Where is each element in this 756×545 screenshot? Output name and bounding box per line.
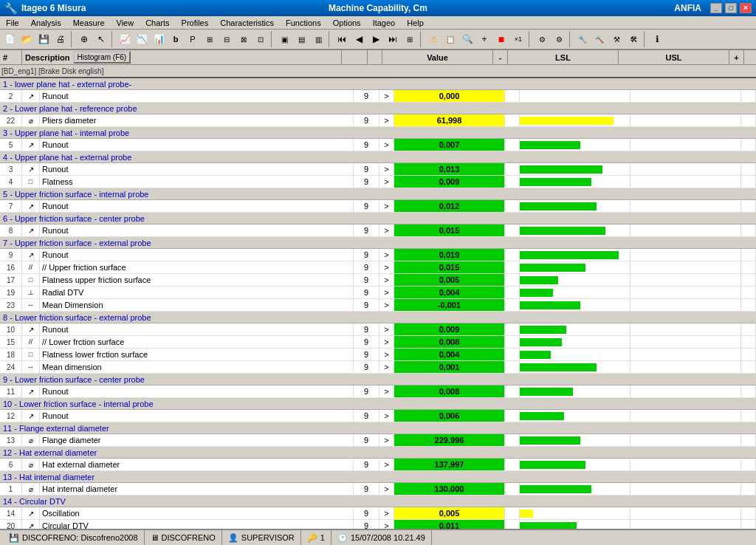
table-row[interactable]: 14 ↗ Oscillation 9 > 0,005 bbox=[0, 507, 756, 520]
tb-p[interactable]: P bbox=[185, 31, 201, 47]
tb-tools2[interactable]: 🔨 bbox=[591, 31, 608, 47]
menu-profiles[interactable]: Profiles bbox=[176, 18, 215, 28]
table-row[interactable]: 15 // // Lower frction surface 9 > 0,008 bbox=[0, 336, 756, 349]
row-id: 6 bbox=[0, 459, 22, 470]
status-session: 🔑 1 bbox=[301, 530, 331, 545]
table-row[interactable]: 17 □ Flatness upper friction surface 9 >… bbox=[0, 274, 756, 287]
menu-itageo[interactable]: Itageo bbox=[367, 18, 402, 28]
table-row[interactable]: 11 ↗ Runout 9 > 0,008 bbox=[0, 385, 756, 398]
row-icon: ⌀ bbox=[22, 483, 40, 495]
tb-open[interactable]: 📂 bbox=[18, 31, 35, 47]
tb-nav-first[interactable]: ⏮ bbox=[334, 31, 350, 47]
tb-copy1[interactable]: ▣ bbox=[276, 31, 292, 47]
tb-nav-next[interactable]: ▶ bbox=[368, 31, 384, 47]
toolbar-sep-3 bbox=[271, 31, 274, 47]
row-value: 61,998 bbox=[394, 114, 505, 126]
tb-new[interactable]: 📄 bbox=[1, 31, 18, 47]
row-usl-bar bbox=[630, 483, 741, 495]
table-row[interactable]: 19 ⊥ Radial DTV 9 > 0,004 bbox=[0, 287, 756, 299]
tb-func1[interactable]: ⊞ bbox=[202, 31, 218, 47]
menu-characteristics[interactable]: Characteristics bbox=[214, 18, 280, 28]
tb-func2[interactable]: ⊟ bbox=[219, 31, 235, 47]
menu-functions[interactable]: Functions bbox=[280, 18, 327, 28]
maximize-button[interactable]: □ bbox=[725, 3, 737, 13]
menu-charts[interactable]: Charts bbox=[140, 18, 175, 28]
table-row[interactable]: 9 ↗ Runout 9 > 0,019 bbox=[0, 249, 756, 261]
tb-print[interactable]: 🖨 bbox=[52, 31, 69, 47]
status-user: 👤 SUPERVISOR bbox=[222, 530, 301, 545]
table-row[interactable]: 24 ↔ Mean dimension 9 > 0,001 bbox=[0, 361, 756, 374]
tb-copy3[interactable]: ▥ bbox=[310, 31, 326, 47]
table-row[interactable]: 10 ↗ Runout 9 > 0,009 bbox=[0, 323, 756, 336]
row-usl-bar bbox=[630, 287, 741, 298]
menu-file[interactable]: File bbox=[0, 18, 25, 28]
tb-copy4[interactable]: ⊞ bbox=[402, 31, 418, 47]
row-name: Runout bbox=[40, 200, 354, 212]
tb-x1[interactable]: ×1 bbox=[510, 31, 526, 47]
row-usl-bar bbox=[630, 385, 741, 397]
table-row[interactable]: 4 □ Flatness 9 > 0,009 bbox=[0, 176, 756, 188]
menu-view[interactable]: View bbox=[111, 18, 140, 28]
row-usl-bar bbox=[630, 114, 741, 126]
table-row[interactable]: 3 ↗ Runout 9 > 0,013 bbox=[0, 163, 756, 176]
table-row[interactable]: 20 ↗ Circular DTV 9 > 0,011 bbox=[0, 520, 756, 529]
table-row[interactable]: 22 ⌀ Pliers diameter 9 > 61,998 bbox=[0, 114, 756, 127]
table-row[interactable]: 23 ↔ Mean Dimension 9 > -0,001 bbox=[0, 299, 756, 312]
row-lsl-bar bbox=[520, 349, 630, 360]
tb-cursor[interactable]: ↖ bbox=[93, 31, 109, 47]
tb-chart1[interactable]: 📈 bbox=[117, 31, 133, 47]
minimize-button[interactable]: _ bbox=[710, 3, 722, 13]
row-usl-bar bbox=[630, 176, 741, 188]
menu-help[interactable]: Help bbox=[401, 18, 430, 28]
tb-info[interactable]: ℹ bbox=[649, 31, 665, 47]
tb-warn[interactable]: ⚠ bbox=[425, 31, 441, 47]
tb-stop[interactable]: ■ bbox=[493, 31, 509, 47]
tb-tools3[interactable]: ⚒ bbox=[608, 31, 625, 47]
tb-plus[interactable]: + bbox=[476, 31, 492, 47]
table-row[interactable]: 18 □ Flatness lower frction surface 9 > … bbox=[0, 349, 756, 361]
row-n: 9 bbox=[354, 434, 379, 446]
table-row[interactable]: 12 ↗ Runout 9 > 0,006 bbox=[0, 410, 756, 422]
table-row[interactable]: 2 ↗ Runout 9 > 0,000 bbox=[0, 90, 756, 103]
table-area[interactable]: 1 - lower plane hat - external probe- 2 … bbox=[0, 78, 756, 529]
tb-chart2[interactable]: 📉 bbox=[134, 31, 150, 47]
row-value: 0,009 bbox=[394, 323, 505, 335]
row-value: 0,015 bbox=[394, 261, 505, 273]
table-row[interactable]: 8 ↗ Runout 9 > 0,015 bbox=[0, 224, 756, 237]
table-row[interactable]: 5 ↗ Runout 9 > 0,007 bbox=[0, 139, 756, 151]
table-row[interactable]: 6 ⌀ Hat external diameter 9 > 137,997 bbox=[0, 459, 756, 471]
row-n: 9 bbox=[354, 323, 379, 335]
row-n: 9 bbox=[354, 507, 379, 519]
tb-nav-last[interactable]: ⏭ bbox=[385, 31, 401, 47]
row-lsl-bar bbox=[520, 299, 630, 311]
tb-tools1[interactable]: 🔧 bbox=[574, 31, 591, 47]
tb-copy2[interactable]: ▤ bbox=[293, 31, 309, 47]
row-id: 23 bbox=[0, 299, 22, 311]
row-minus bbox=[505, 434, 520, 446]
row-name: Pliers diameter bbox=[40, 114, 354, 126]
table-row[interactable]: 1 ⌀ Hat internal diameter 9 > 130,000 bbox=[0, 483, 756, 496]
tb-crosshair[interactable]: ⊕ bbox=[76, 31, 92, 47]
table-row[interactable]: 16 // // Upper friction surface 9 > 0,01… bbox=[0, 261, 756, 274]
tb-nav-prev[interactable]: ◀ bbox=[351, 31, 367, 47]
tb-b[interactable]: b bbox=[168, 31, 184, 47]
row-name: Runout bbox=[40, 385, 354, 397]
tb-zoom[interactable]: 🔍 bbox=[459, 31, 475, 47]
tb-export[interactable]: 📋 bbox=[442, 31, 458, 47]
tb-tools4[interactable]: 🛠 bbox=[625, 31, 642, 47]
tb-chart3[interactable]: 📊 bbox=[151, 31, 167, 47]
title-bar: 🔧 Itageo 6 Misura Machine Capability, Cm… bbox=[0, 0, 756, 16]
menu-options[interactable]: Options bbox=[327, 18, 367, 28]
tb-settings2[interactable]: ⚙ bbox=[551, 31, 567, 47]
histogram-button[interactable]: Histogram (F6) bbox=[73, 51, 131, 64]
menu-analysis[interactable]: Analysis bbox=[25, 18, 67, 28]
close-button[interactable]: ✕ bbox=[740, 3, 752, 13]
tb-settings1[interactable]: ⚙ bbox=[534, 31, 550, 47]
table-row[interactable]: 7 ↗ Runout 9 > 0,012 bbox=[0, 200, 756, 213]
row-lsl-bar bbox=[520, 163, 630, 175]
menu-measure[interactable]: Measure bbox=[67, 18, 111, 28]
tb-func4[interactable]: ⊡ bbox=[252, 31, 269, 47]
tb-save[interactable]: 💾 bbox=[35, 31, 52, 47]
table-row[interactable]: 13 ⌀ Flange diameter 9 > 229,996 bbox=[0, 434, 756, 447]
tb-func3[interactable]: ⊠ bbox=[236, 31, 252, 47]
